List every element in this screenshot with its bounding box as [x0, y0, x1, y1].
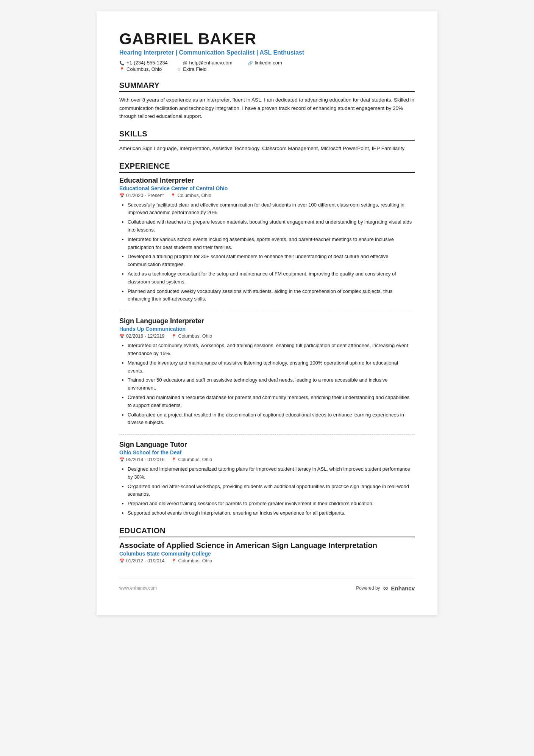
extra-field-contact: Extra Field — [177, 66, 206, 72]
job-company-1: Educational Service Center of Central Oh… — [119, 185, 415, 191]
job-daterange-1: 01/2020 - Present — [126, 193, 164, 198]
skills-text: American Sign Language, Interpretation, … — [119, 144, 415, 153]
location-icon — [119, 66, 125, 72]
list-item: Supported school events through interpre… — [128, 509, 415, 517]
list-item: Planned and conducted weekly vocabulary … — [128, 288, 415, 304]
footer: www.enhancv.com Powered by ∞ Enhancv — [119, 579, 415, 592]
email-address: help@enhancv.com — [189, 60, 232, 66]
edu-loc: Columbus, Ohio — [178, 558, 212, 563]
list-item: Developed a training program for 30+ sch… — [128, 253, 415, 269]
header: GABRIEL BAKER Hearing Interpreter | Comm… — [119, 30, 415, 72]
list-item: Created and maintained a resource databa… — [128, 394, 415, 410]
skills-section: SKILLS American Sign Language, Interpret… — [119, 130, 415, 153]
location-icon-1 — [170, 193, 176, 198]
list-item: Trained over 50 educators and staff on a… — [128, 376, 415, 392]
job-meta-1: 01/2020 - Present Columbus, Ohio — [119, 193, 415, 198]
summary-text: With over 8 years of experience as an in… — [119, 96, 415, 121]
job-block-1: Educational Interpreter Educational Serv… — [119, 177, 415, 311]
linkedin-contact: linkedin.com — [248, 60, 282, 66]
candidate-name: GABRIEL BAKER — [119, 30, 415, 48]
education-title: EDUCATION — [119, 526, 415, 537]
job-date-3: 05/2014 - 01/2016 — [119, 457, 164, 462]
brand-name: Enhancv — [391, 585, 415, 592]
job-location-1: Columbus, Ohio — [170, 193, 211, 198]
edu-meta: 01/2012 - 01/2014 Columbus, Ohio — [119, 558, 415, 563]
list-item: Designed and implemented personalized tu… — [128, 465, 415, 481]
location-contact: Columbus, Ohio — [119, 66, 162, 72]
job-daterange-3: 05/2014 - 01/2016 — [126, 457, 164, 462]
job-block-2: Sign Language Interpreter Hands Up Commu… — [119, 317, 415, 435]
calendar-icon-2 — [119, 333, 125, 339]
experience-section: EXPERIENCE Educational Interpreter Educa… — [119, 162, 415, 517]
job-location-2: Columbus, Ohio — [171, 333, 212, 339]
job-meta-2: 02/2016 - 12/2019 Columbus, Ohio — [119, 333, 415, 339]
skills-title: SKILLS — [119, 130, 415, 141]
edu-date: 01/2012 - 01/2014 — [119, 558, 164, 563]
summary-title: SUMMARY — [119, 81, 415, 92]
job-title-1: Educational Interpreter — [119, 177, 415, 185]
job-title-3: Sign Language Tutor — [119, 441, 415, 449]
edu-block: Associate of Applied Science in American… — [119, 541, 415, 563]
list-item: Managed the inventory and maintenance of… — [128, 359, 415, 375]
phone-number: +1-(234)-555-1234 — [126, 60, 168, 66]
powered-by-label: Powered by — [356, 585, 380, 591]
job-location-3: Columbus, Ohio — [171, 457, 212, 462]
footer-website: www.enhancv.com — [119, 585, 157, 591]
list-item: Interpreted at community events, worksho… — [128, 342, 415, 358]
job-bullets-2: Interpreted at community events, worksho… — [119, 342, 415, 427]
edu-location: Columbus, Ohio — [171, 558, 212, 563]
job-daterange-2: 02/2016 - 12/2019 — [126, 333, 164, 339]
job-date-1: 01/2020 - Present — [119, 193, 164, 198]
resume-page: GABRIEL BAKER Hearing Interpreter | Comm… — [97, 11, 437, 615]
list-item: Interpreted for various school events in… — [128, 236, 415, 252]
calendar-icon-1 — [119, 193, 125, 198]
footer-brand: Powered by ∞ Enhancv — [356, 584, 415, 592]
job-bullets-3: Designed and implemented personalized tu… — [119, 465, 415, 517]
calendar-icon-3 — [119, 457, 125, 462]
list-item: Successfully facilitated clear and effec… — [128, 201, 415, 217]
email-icon — [183, 60, 187, 66]
brand-logo-icon: ∞ — [383, 584, 388, 592]
extra-field-text: Extra Field — [183, 66, 206, 72]
experience-title: EXPERIENCE — [119, 162, 415, 173]
list-item: Collaborated with teachers to prepare le… — [128, 218, 415, 234]
phone-contact: +1-(234)-555-1234 — [119, 60, 168, 66]
link-icon — [248, 60, 253, 66]
list-item: Collaborated on a project that resulted … — [128, 411, 415, 427]
edu-daterange: 01/2012 - 01/2014 — [126, 558, 164, 563]
job-meta-3: 05/2014 - 01/2016 Columbus, Ohio — [119, 457, 415, 462]
summary-section: SUMMARY With over 8 years of experience … — [119, 81, 415, 121]
linkedin-url: linkedin.com — [255, 60, 282, 66]
location-icon-edu — [171, 558, 176, 563]
email-contact: help@enhancv.com — [183, 60, 233, 66]
list-item: Organized and led after-school workshops… — [128, 483, 415, 499]
job-bullets-1: Successfully facilitated clear and effec… — [119, 201, 415, 304]
job-loc-1: Columbus, Ohio — [177, 193, 211, 198]
star-icon — [177, 66, 181, 72]
job-loc-3: Columbus, Ohio — [178, 457, 212, 462]
location-text: Columbus, Ohio — [126, 66, 162, 72]
job-company-2: Hands Up Communication — [119, 326, 415, 332]
education-section: EDUCATION Associate of Applied Science i… — [119, 526, 415, 563]
list-item: Prepared and delivered training sessions… — [128, 500, 415, 508]
location-icon-3 — [171, 457, 176, 462]
job-block-3: Sign Language Tutor Ohio School for the … — [119, 441, 415, 517]
edu-school: Columbus State Community College — [119, 551, 415, 557]
location-icon-2 — [171, 333, 176, 339]
candidate-title: Hearing Interpreter | Communication Spec… — [119, 49, 415, 56]
list-item: Acted as a technology consultant for the… — [128, 270, 415, 286]
calendar-icon-edu — [119, 558, 125, 563]
job-loc-2: Columbus, Ohio — [178, 333, 212, 339]
edu-degree: Associate of Applied Science in American… — [119, 541, 415, 550]
job-date-2: 02/2016 - 12/2019 — [119, 333, 164, 339]
job-title-2: Sign Language Interpreter — [119, 317, 415, 325]
job-company-3: Ohio School for the Deaf — [119, 449, 415, 455]
phone-icon — [119, 60, 125, 66]
